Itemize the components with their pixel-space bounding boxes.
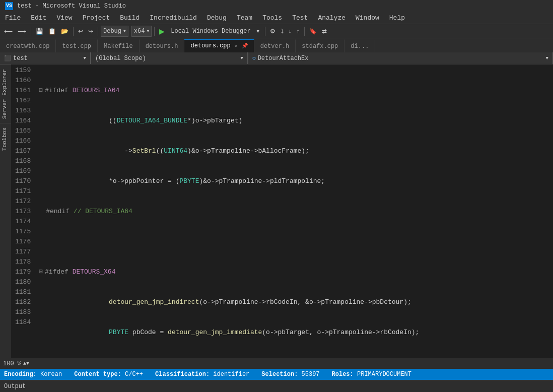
- collapse-1165[interactable]: ⊟: [39, 267, 43, 277]
- secondary-toolbar: ⬛ test ▼ (Global Scope) ▼ ⚙ DetourAttach…: [0, 52, 553, 64]
- menu-team[interactable]: Team: [232, 12, 257, 24]
- zoom-level[interactable]: 100 %: [3, 360, 21, 367]
- menu-incredibuild[interactable]: Incredibuild: [145, 12, 202, 24]
- output-label: Output: [4, 383, 26, 390]
- tab-stdafx-label: stdafx.cpp: [302, 43, 338, 50]
- tab-creatwth-label: creatwth.cpp: [6, 43, 49, 50]
- line-1160: ((DETOUR_IA64_BUNDLE*)o->pbTarget): [39, 116, 553, 126]
- debug-config-arrow: ▼: [123, 29, 126, 33]
- menu-window[interactable]: Window: [351, 12, 384, 24]
- menu-build[interactable]: Build: [115, 12, 145, 24]
- toolbar: ⟵ ⟶ 💾 📋 📂 ↩ ↪ Debug ▼ x64 ▼ ▶ Local Wind…: [0, 24, 553, 38]
- toolbar-sep-2: [73, 27, 74, 36]
- forward-btn[interactable]: ⟶: [16, 27, 28, 36]
- line-1167: PBYTE pbCode = detour_gen_jmp_immediate(…: [39, 328, 553, 338]
- tab-di[interactable]: di...: [344, 39, 375, 52]
- undo-btn[interactable]: ↩: [76, 27, 85, 36]
- line-numbers: 1159 1160 1161 1162 1163 1164 1165 1166 …: [11, 64, 35, 358]
- save-all-btn[interactable]: 📋: [46, 27, 58, 36]
- line-1165: ⊟ #ifdef DETOURS_X64: [39, 267, 553, 277]
- tab-detver[interactable]: detver.h: [254, 39, 296, 52]
- tab-stdafx[interactable]: stdafx.cpp: [296, 39, 344, 52]
- server-explorer-label: Server Explorer: [2, 69, 8, 119]
- tab-pin-icon: 📌: [242, 43, 248, 49]
- tab-detours-cpp[interactable]: detours.cpp ✕ 📌: [184, 39, 254, 52]
- encoding-label: Encoding: Korean: [4, 371, 68, 378]
- menu-help[interactable]: Help: [384, 12, 410, 24]
- debugger-label: Local Windows Debugger: [169, 27, 252, 35]
- line-1164: [39, 237, 553, 247]
- menu-view[interactable]: View: [51, 12, 77, 24]
- tab-di-label: di...: [351, 43, 369, 50]
- vs-icon: VS: [5, 2, 13, 10]
- tab-detours-h-label: detours.h: [146, 43, 178, 50]
- toolbox-tab[interactable]: Toolbox: [0, 123, 11, 155]
- content-type-label: Content type: C/C++: [74, 371, 149, 378]
- scope-label: (Global Scope): [95, 55, 146, 62]
- tab-detours-h[interactable]: detours.h: [140, 39, 185, 52]
- zoom-arrows[interactable]: ▲▼: [23, 361, 29, 366]
- menu-file[interactable]: File: [0, 12, 26, 24]
- nav-btn[interactable]: ⇄: [320, 27, 329, 36]
- attach-btn[interactable]: ⚙: [268, 27, 278, 36]
- bookmark-btn[interactable]: 🔖: [307, 27, 319, 36]
- server-explorer-tab[interactable]: Server Explorer: [0, 64, 11, 123]
- symbol-dropdown[interactable]: ⚙ DetourAttachEx ▼: [248, 52, 553, 64]
- platform-label: x64: [134, 28, 145, 35]
- code-content[interactable]: ⊟ #ifdef DETOURS_IA64 ((DETOUR_IA64_BUND…: [35, 64, 553, 358]
- collapse-1159[interactable]: ⊟: [39, 86, 43, 96]
- save-btn[interactable]: 💾: [34, 27, 45, 36]
- menu-project[interactable]: Project: [78, 12, 115, 24]
- selection-label: Selection: 55397: [261, 371, 325, 378]
- tab-test-label: test.cpp: [62, 43, 91, 50]
- redo-btn[interactable]: ↪: [86, 27, 95, 36]
- zoom-bar: 100 % ▲▼: [0, 358, 553, 369]
- scope-dropdown[interactable]: (Global Scope) ▼: [91, 52, 248, 64]
- tab-test[interactable]: test.cpp: [56, 39, 98, 52]
- line-1161: ->SetBrl((UINT64)&o->pTrampoline->bAlloc…: [39, 146, 553, 156]
- step-over-btn[interactable]: ⤵: [279, 27, 286, 36]
- editor[interactable]: 1159 1160 1161 1162 1163 1164 1165 1166 …: [11, 64, 553, 358]
- toolbar-sep-3: [98, 27, 98, 36]
- tab-creatwth[interactable]: creatwth.cpp: [0, 39, 56, 52]
- open-btn[interactable]: 📂: [59, 27, 71, 36]
- line-1162: *o->ppbPointer = (PBYTE)&o->pTrampoline-…: [39, 176, 553, 186]
- line-1159: ⊟ #ifdef DETOURS_IA64: [39, 86, 553, 96]
- step-into-btn[interactable]: ↓: [287, 27, 294, 36]
- tab-detours-cpp-label: detours.cpp: [190, 42, 230, 49]
- line-1163: #endif // DETOURS_IA64: [39, 207, 553, 217]
- roles-label: Roles: PRIMARYDOCUMENT: [332, 371, 418, 378]
- symbol-icon: ⚙: [252, 55, 256, 61]
- toolbar-sep-5: [265, 27, 265, 36]
- tab-makefile-label: Makefile: [104, 43, 133, 50]
- solution-dropdown[interactable]: ⬛ test ▼: [0, 52, 91, 64]
- menu-edit[interactable]: Edit: [26, 12, 51, 24]
- title-bar: VS test - Microsoft Visual Studio: [0, 0, 553, 12]
- menu-analyze[interactable]: Analyze: [313, 12, 351, 24]
- title-text: test - Microsoft Visual Studio: [17, 3, 126, 10]
- menu-debug[interactable]: Debug: [202, 12, 232, 24]
- tab-detours-cpp-close[interactable]: ✕: [234, 42, 239, 49]
- tab-bar: creatwth.cpp test.cpp Makefile detours.h…: [0, 38, 553, 52]
- tab-makefile[interactable]: Makefile: [98, 39, 140, 52]
- toolbar-sep-6: [304, 27, 305, 36]
- solution-label: test: [13, 55, 28, 62]
- menu-tools[interactable]: Tools: [257, 12, 287, 24]
- code-area[interactable]: 1159 1160 1161 1162 1163 1164 1165 1166 …: [11, 64, 553, 358]
- side-tabs: Server Explorer Toolbox: [0, 64, 11, 358]
- back-btn[interactable]: ⟵: [2, 27, 15, 36]
- step-out-btn[interactable]: ↑: [295, 27, 302, 36]
- platform-dropdown[interactable]: x64 ▼: [131, 26, 152, 37]
- output-bar[interactable]: Output: [0, 380, 553, 392]
- menu-bar: File Edit View Project Build Incredibuil…: [0, 12, 553, 24]
- debug-config-dropdown[interactable]: Debug ▼: [101, 26, 128, 37]
- toolbox-label: Toolbox: [2, 127, 8, 151]
- menu-test[interactable]: Test: [287, 12, 313, 24]
- debug-config-label: Debug: [103, 28, 121, 35]
- start-debug-btn[interactable]: ▶: [157, 26, 167, 36]
- solution-icon: ⬛: [4, 55, 11, 61]
- debugger-dropdown-btn[interactable]: ▼: [254, 28, 262, 35]
- toolbar-sep-4: [154, 27, 155, 36]
- info-bar: Encoding: Korean Content type: C/C++ Cla…: [0, 369, 553, 380]
- tab-detver-label: detver.h: [260, 43, 290, 50]
